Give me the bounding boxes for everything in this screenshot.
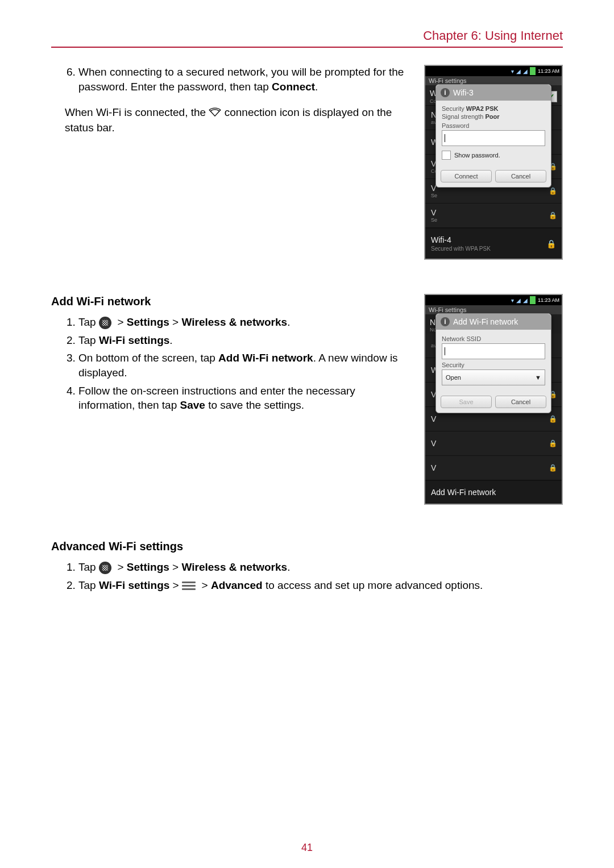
wifi-note-a: When Wi-Fi is connected, the xyxy=(65,106,209,118)
adv-step-1: Tap > Settings > Wireless & networks. xyxy=(78,560,563,575)
lock-icon: 🔒 xyxy=(549,187,557,195)
partial-text: V xyxy=(431,208,437,217)
signal-icon: ◢ xyxy=(516,297,521,304)
signal-value: Poor xyxy=(485,113,499,120)
wireless-text: Wireless & networks xyxy=(181,561,287,573)
step4-c: to save the settings. xyxy=(205,399,304,411)
step2-e: to access and set up more advanced optio… xyxy=(263,579,483,591)
show-password-label: Show password. xyxy=(454,152,500,159)
add-wifi-dialog: i Add Wi-Fi network Network SSID Securit… xyxy=(435,313,551,413)
status-time: 11:23 AM xyxy=(538,297,559,303)
advanced-wifi-heading: Advanced Wi-Fi settings xyxy=(51,539,563,554)
partial-text: V xyxy=(431,414,436,423)
cancel-button[interactable]: Cancel xyxy=(495,170,546,182)
wifi-list-item[interactable]: Wifi-4 Secured with WPA PSK 🔒 xyxy=(425,228,562,259)
step-4: Follow the on-screen instructions and en… xyxy=(78,384,413,413)
show-password-checkbox[interactable] xyxy=(442,151,451,160)
wifi-lock-icon: 🔒 xyxy=(546,239,556,248)
signal-icon-2: ◢ xyxy=(523,297,528,304)
wifi-note: When Wi-Fi is connected, the connection … xyxy=(65,105,413,135)
add-wifi-footer-item[interactable]: Add Wi-Fi network xyxy=(425,480,562,504)
settings-text: Settings xyxy=(127,561,169,573)
apps-launcher-icon xyxy=(99,317,111,329)
wifi-connect-dialog: i Wifi-3 Security WPA2 PSK Signal streng… xyxy=(435,84,551,188)
tap-text: Tap xyxy=(78,334,99,346)
save-text: Save xyxy=(180,399,205,411)
partial-text: Se xyxy=(431,193,437,198)
adv-step-2: Tap Wi-Fi settings > > Advanced to acces… xyxy=(78,578,563,593)
dialog-title: Wifi-3 xyxy=(453,88,474,97)
security-value: Open xyxy=(446,374,461,381)
ssid-label: Network SSID xyxy=(442,335,545,342)
step-6: When connecting to a secured network, yo… xyxy=(78,65,413,94)
chevron-down-icon: ▼ xyxy=(535,374,541,381)
gt: > xyxy=(169,579,182,591)
add-wifi-heading: Add Wi-Fi network xyxy=(51,294,413,309)
tap-text: Tap xyxy=(78,561,99,573)
page-number: 41 xyxy=(0,842,614,854)
menu-icon xyxy=(182,582,196,591)
wifi-settings-text: Wi-Fi settings xyxy=(99,334,169,346)
lock-icon: 🔒 xyxy=(549,464,557,472)
wifi-status-icon: ▾ xyxy=(511,297,514,304)
step-3: On bottom of the screen, tap Add Wi-Fi n… xyxy=(78,351,413,380)
info-icon: i xyxy=(441,88,450,97)
battery-icon xyxy=(530,296,536,304)
lock-icon: 🔒 xyxy=(549,211,557,219)
partial-text: V xyxy=(431,439,436,448)
dialog-title: Add Wi-Fi network xyxy=(453,317,518,326)
ssid-input[interactable] xyxy=(442,343,545,359)
signal-label: Signal strength xyxy=(442,113,483,120)
list-item[interactable]: V Se 🔒 xyxy=(425,203,562,228)
partial-text: Se xyxy=(431,217,437,223)
tap-text: Tap xyxy=(78,579,99,591)
security-select[interactable]: Open ▼ xyxy=(442,369,545,385)
status-bar: ▾ ◢ ◢ 11:23 AM xyxy=(425,66,562,76)
battery-icon xyxy=(530,67,536,75)
advanced-text: Advanced xyxy=(211,579,263,591)
wifi4-sub: Secured with WPA PSK xyxy=(431,246,491,252)
screenshot-wifi-connect: ▾ ◢ ◢ 11:23 AM Wi-Fi settings Wi-Fi Conn… xyxy=(424,65,563,260)
wifi4-label: Wifi-4 xyxy=(431,235,491,244)
password-input[interactable] xyxy=(442,130,545,146)
password-label: Password xyxy=(442,122,545,129)
connect-button[interactable]: Connect xyxy=(441,170,492,182)
status-bar: ▾ ◢ ◢ 11:23 AM xyxy=(425,295,562,305)
list-item[interactable]: V 🔒 xyxy=(425,456,562,480)
apps-launcher-icon xyxy=(99,562,111,574)
wifi-settings-text: Wi-Fi settings xyxy=(99,579,169,591)
partial-text: V xyxy=(431,463,436,472)
wifi-status-icon: ▾ xyxy=(511,68,514,74)
security-label: Security xyxy=(442,362,545,368)
wireless-text: Wireless & networks xyxy=(181,316,287,328)
cancel-button[interactable]: Cancel xyxy=(495,396,546,408)
signal-icon: ◢ xyxy=(516,68,521,74)
info-icon: i xyxy=(441,317,450,326)
screenshot-add-wifi: ▾ ◢ ◢ 11:23 AM Wi-Fi settings Network no… xyxy=(424,294,563,505)
wifi-signal-icon xyxy=(209,106,221,121)
tap-text: Tap xyxy=(78,316,99,328)
status-time: 11:23 AM xyxy=(538,68,559,74)
signal-icon-2: ◢ xyxy=(523,68,528,74)
lock-icon: 🔒 xyxy=(549,439,557,447)
step-6-text-c: . xyxy=(315,81,318,93)
step-6-text-a: When connecting to a secured network, yo… xyxy=(78,66,404,93)
step-6-text-connect: Connect xyxy=(272,81,315,93)
security-value: WPA2 PSK xyxy=(466,105,499,112)
period: . xyxy=(169,334,172,346)
settings-text: Settings xyxy=(127,316,169,328)
chapter-header: Chapter 6: Using Internet xyxy=(51,28,563,48)
security-label: Security xyxy=(442,105,464,112)
lock-icon: 🔒 xyxy=(549,415,557,423)
step-2: Tap Wi-Fi settings. xyxy=(78,333,413,348)
add-wifi-text: Add Wi-Fi network xyxy=(218,352,313,364)
save-button[interactable]: Save xyxy=(441,396,492,408)
step3-a: On bottom of the screen, tap xyxy=(78,352,218,364)
list-item[interactable]: V 🔒 xyxy=(425,431,562,456)
step-1: Tap > Settings > Wireless & networks. xyxy=(78,315,413,330)
